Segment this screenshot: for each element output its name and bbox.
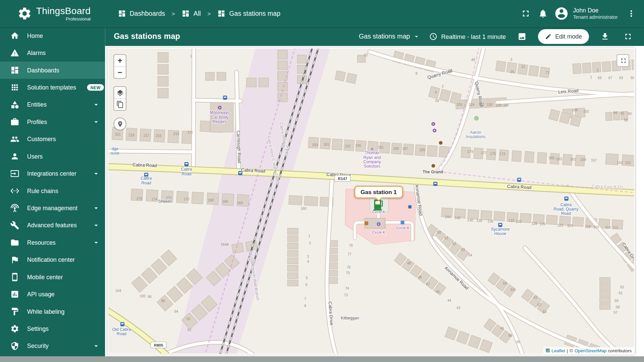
user-info[interactable]: John Doe Tenant administrator (573, 6, 618, 20)
sidebar-item-customers[interactable]: Customers (0, 130, 105, 147)
breadcrumb-item-all[interactable]: All (181, 9, 201, 17)
building-row (600, 278, 610, 310)
notifications-button[interactable] (534, 5, 551, 22)
house-number: 92 (187, 328, 192, 332)
settings-icon (10, 324, 19, 333)
map-copy-button[interactable] (114, 99, 125, 110)
sidebar-item-resources[interactable]: Resources (0, 234, 105, 251)
house-number: 142 (454, 216, 461, 220)
sidebar-item-rule-chains[interactable]: Rule chains (0, 182, 105, 199)
house-number: 2d (435, 99, 439, 103)
sidebar-item-white-labeling[interactable]: White labeling (0, 303, 105, 320)
sidebar-item-security[interactable]: Security (0, 338, 105, 355)
customers-icon (10, 135, 19, 144)
sidebar-item-api-usage[interactable]: API usage (0, 286, 105, 303)
house-number: 90 (628, 112, 632, 116)
bus-poi-icon (120, 322, 124, 326)
sidebar-item-advanced-features[interactable]: Advanced features (0, 217, 105, 234)
toolbar-fullscreen-button[interactable] (621, 29, 635, 44)
chevron-down-icon (92, 342, 100, 350)
house-number: 41 (500, 326, 504, 330)
gas-station-tooltip[interactable]: Gas station 1 (355, 186, 403, 198)
house-number: 2 (597, 68, 599, 72)
house-number: 153 (617, 161, 623, 165)
sidebar-item-alarms[interactable]: Alarms (0, 44, 105, 61)
sidebar-item-label: API usage (27, 291, 55, 298)
house-number: 176 (136, 197, 142, 200)
sidebar-item-notification-center[interactable]: Notification center (0, 251, 105, 268)
house-number: 104 (115, 289, 121, 293)
breadcrumb: Dashboards>All>Gas stations map (118, 9, 280, 17)
sidebar-item-integrations-center[interactable]: Integrations center (0, 165, 105, 182)
more-menu-button[interactable] (623, 5, 640, 22)
gas-station-marker[interactable] (373, 199, 382, 210)
house-number: 22 (364, 53, 368, 57)
map-label: Sheelin (158, 199, 172, 204)
sidebar-item-dashboards[interactable]: Dashboards (0, 62, 105, 79)
house-number: 174 (152, 197, 158, 201)
sidebar-item-settings[interactable]: Settings (0, 320, 105, 337)
timewindow-button[interactable]: Realtime - last 1 minute (429, 33, 506, 41)
house-number: 128 (531, 222, 537, 226)
house-number: 92 (620, 112, 624, 115)
house-number: 58 (624, 118, 628, 122)
fullscreen-icon (624, 32, 633, 41)
image-gallery-button[interactable] (515, 29, 529, 44)
house-number: 120 (567, 224, 573, 228)
sidebar-item-profiles[interactable]: Profiles (0, 113, 105, 130)
rulechains-icon (10, 186, 19, 195)
house-number: 98 (148, 295, 152, 299)
house-number: 164 (237, 201, 243, 205)
layers-control (113, 86, 126, 111)
locate-control[interactable] (113, 117, 126, 130)
sidebar-item-edge-management[interactable]: Edge management (0, 199, 105, 217)
house-number: 94 (613, 111, 618, 115)
whitelabel-icon (10, 307, 19, 316)
logo-title: ThingsBoard (36, 6, 91, 15)
logo-subtitle: Professional (36, 17, 91, 21)
house-number: 78 (349, 244, 353, 247)
sidebar-item-label: Customers (27, 136, 56, 142)
chevron-down-icon (92, 101, 100, 109)
avatar[interactable] (553, 5, 570, 22)
sidebar-item-mobile-center[interactable]: Mobile center (0, 268, 105, 286)
dashboard-select[interactable]: Gas stations map (359, 33, 420, 40)
wash-poi-icon (400, 221, 404, 224)
zoom-out-button[interactable]: − (114, 66, 125, 78)
breadcrumb-item-dashboards[interactable]: Dashboards (118, 9, 165, 17)
house-number: 179 (467, 150, 473, 154)
edit-mode-label: Edit mode (555, 33, 582, 40)
map-canvas[interactable]: Quarry RoadQuarry RoadLeix RoadCabra Roa… (108, 48, 634, 354)
sidebar-item-home[interactable]: Home (0, 27, 105, 44)
house-number: 116 (594, 225, 599, 229)
sidebar-item-label: White labeling (27, 308, 65, 315)
house-number: 116 (503, 103, 509, 107)
house-number: 48 (418, 276, 422, 279)
account-circle-icon (554, 6, 569, 21)
house-number: 63 (619, 76, 623, 80)
user-name: John Doe (573, 6, 618, 14)
house-number: 2 (442, 84, 444, 88)
house-number: 50 (437, 231, 441, 234)
chevron-down-icon (92, 221, 100, 229)
dashboards-icon (181, 9, 190, 17)
logo[interactable]: ThingsBoard Professional (0, 6, 91, 21)
zoom-in-button[interactable]: + (114, 55, 125, 66)
sidebar-item-users[interactable]: Users (0, 148, 105, 165)
entities-icon (10, 100, 19, 109)
house-number: 43 (457, 306, 461, 310)
leaflet-link[interactable]: Leaflet (551, 348, 565, 353)
sidebar-item-solution-templates[interactable]: Solution templatesNEW (0, 79, 105, 96)
map-fullscreen-button[interactable] (616, 54, 629, 67)
house-number: 59 (631, 76, 634, 80)
house-number: 67 (608, 76, 612, 80)
breadcrumb-item-gas-stations-map[interactable]: Gas stations map (217, 9, 280, 17)
house-number: 168 (208, 198, 214, 202)
download-button[interactable] (598, 29, 612, 44)
map-layers-button[interactable] (114, 87, 125, 99)
sidebar-item-entities[interactable]: Entities (0, 96, 105, 113)
header-fullscreen-button[interactable] (517, 5, 534, 22)
openstreetmap-link[interactable]: OpenStreetMap (575, 348, 606, 353)
edit-mode-button[interactable]: Edit mode (538, 29, 589, 44)
house-number: 4 (435, 90, 437, 94)
